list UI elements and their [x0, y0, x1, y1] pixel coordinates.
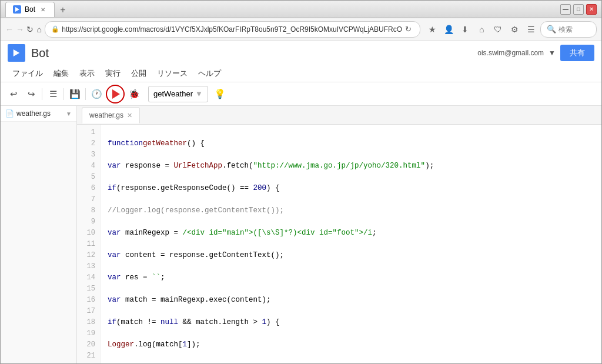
tab-bar: Bot ✕ +: [5, 2, 560, 17]
ln-20: 20: [77, 339, 100, 350]
user-email: ois.swim@gmail.com: [477, 49, 544, 57]
clock-button[interactable]: 🕐: [88, 86, 105, 102]
run-button[interactable]: [106, 85, 125, 103]
menu-publish[interactable]: 公開: [126, 66, 151, 81]
toolbar-separator-3: [85, 88, 86, 100]
minimize-button[interactable]: —: [560, 4, 571, 15]
search-bar[interactable]: 🔍: [540, 21, 597, 38]
app-header: Bot ois.swim@gmail.com ▼ 共有 ファイル 編集 表示 実…: [1, 41, 601, 82]
code-line-9: if(match != null && match.length > 1) {: [108, 317, 594, 328]
file-icon: 📄: [5, 109, 14, 118]
ln-2: 2: [77, 138, 100, 149]
forward-button[interactable]: →: [16, 22, 24, 36]
bookmark-icon[interactable]: ★: [425, 22, 439, 36]
ln-17: 17: [77, 306, 100, 317]
ln-18: 18: [77, 317, 100, 328]
code-line-4: //Logger.log(response.getContentText());: [108, 205, 594, 216]
code-line-6: var content = response.getContentText();: [108, 250, 594, 261]
menu-view[interactable]: 表示: [75, 66, 99, 81]
lock-icon: 🔒: [51, 25, 59, 33]
search-input[interactable]: [558, 25, 590, 34]
main-window: Bot ✕ + — □ ✕ ← → ↻ ⌂ 🔒 https://script.g…: [0, 0, 602, 364]
menu-help[interactable]: ヘルプ: [193, 66, 226, 81]
ln-19: 19: [77, 328, 100, 339]
sidebar-file-item[interactable]: 📄 weather.gs ▼: [1, 106, 76, 122]
menu-icon[interactable]: ☰: [524, 22, 538, 36]
user-dropdown-icon: ▼: [549, 49, 556, 57]
extensions-icon[interactable]: ⚙: [507, 22, 521, 36]
share-button[interactable]: 共有: [560, 45, 594, 61]
download-icon[interactable]: ⬇: [458, 22, 472, 36]
code-editor[interactable]: 1 2 3 4 5 6 7 8 9 10 11 12 13 14 15 16 1: [77, 125, 601, 363]
ln-7: 7: [77, 194, 100, 205]
sidebar-dropdown-icon: ▼: [66, 111, 72, 117]
ln-15: 15: [77, 283, 100, 295]
function-name: getWeather: [153, 89, 193, 98]
editor-tab-weather[interactable]: weather.gs ✕: [82, 107, 140, 123]
sidebar: 📄 weather.gs ▼: [1, 106, 77, 363]
code-line-11: var body = match[1];: [108, 362, 594, 363]
home-button[interactable]: ⌂: [36, 22, 42, 36]
code-line-1: function getWeather() {: [108, 138, 594, 149]
address-bar: ← → ↻ ⌂ 🔒 https://script.google.com/macr…: [1, 18, 601, 41]
url-text: https://script.google.com/macros/d/1VYCf…: [62, 25, 402, 34]
toolbar-separator-1: [42, 88, 42, 100]
new-tab-button[interactable]: +: [56, 3, 70, 17]
editor-tab-label: weather.gs: [89, 111, 123, 119]
browser-tab-active[interactable]: Bot ✕: [5, 2, 55, 17]
tab-close-button[interactable]: ✕: [39, 5, 47, 14]
tab-title: Bot: [25, 5, 35, 14]
home-addr-icon[interactable]: ⌂: [474, 22, 489, 36]
user-area: ois.swim@gmail.com ▼ 共有: [477, 45, 594, 61]
debug-button[interactable]: 🐞: [126, 86, 142, 102]
function-selector[interactable]: getWeather ▼: [148, 86, 208, 102]
code-content[interactable]: function getWeather() { var response = U…: [101, 125, 601, 363]
svg-marker-0: [15, 7, 19, 12]
ln-8: 8: [77, 205, 100, 216]
ln-9: 9: [77, 216, 100, 228]
menu-resources[interactable]: リソース: [152, 66, 192, 81]
editor-tabs: weather.gs ✕: [77, 106, 601, 125]
code-line-8: var match = mainRegexp.exec(content);: [108, 295, 594, 306]
back-button[interactable]: ←: [5, 22, 14, 36]
ln-6: 6: [77, 183, 100, 194]
menu-run[interactable]: 実行: [101, 66, 125, 81]
list-button[interactable]: ☰: [45, 86, 61, 102]
code-line-10: Logger.log(match[1]);: [108, 339, 594, 350]
ln-22: 22: [77, 362, 100, 363]
maximize-button[interactable]: □: [573, 4, 584, 15]
toolbar-separator-2: [63, 88, 64, 100]
reload-button[interactable]: ↻: [26, 22, 34, 36]
person-icon[interactable]: 👤: [442, 22, 456, 36]
title-bar-left: Bot ✕ +: [5, 2, 560, 17]
run-icon: [112, 89, 120, 99]
app-logo: [8, 44, 25, 62]
sidebar-file-name: weather.gs: [16, 109, 51, 118]
function-dropdown-icon: ▼: [195, 89, 203, 98]
code-line-7: var res = ``;: [108, 272, 594, 283]
menu-edit[interactable]: 編集: [49, 66, 73, 81]
ln-14: 14: [77, 272, 100, 283]
ln-5: 5: [77, 172, 100, 183]
redo-button[interactable]: ↪: [23, 86, 39, 102]
ln-12: 12: [77, 250, 100, 261]
main-content: 📄 weather.gs ▼ weather.gs ✕ 1 2 3 4 5: [1, 106, 601, 363]
undo-button[interactable]: ↩: [5, 86, 22, 102]
browser-action-icons: ★ 👤 ⬇ ⌂ 🛡 ⚙ ☰: [425, 22, 538, 36]
ln-21: 21: [77, 350, 100, 362]
bulb-icon: 💡: [214, 88, 226, 99]
ln-11: 11: [77, 239, 100, 250]
editor-tab-close[interactable]: ✕: [127, 112, 132, 119]
svg-marker-1: [14, 49, 20, 56]
address-bar-input[interactable]: 🔒 https://script.google.com/macros/d/1VY…: [45, 21, 420, 38]
editor-area: weather.gs ✕ 1 2 3 4 5 6 7 8 9 10 11 1: [77, 106, 601, 363]
close-button[interactable]: ✕: [586, 4, 597, 15]
menu-file[interactable]: ファイル: [8, 66, 48, 81]
code-line-5: var mainRegexp = /<div id="main">([\s\S]…: [108, 228, 594, 239]
save-button[interactable]: 💾: [66, 86, 83, 102]
toolbar: ↩ ↪ ☰ 💾 🕐 🐞 getWeather ▼ 💡: [1, 82, 601, 106]
window-controls: — □ ✕: [560, 4, 597, 15]
ln-16: 16: [77, 295, 100, 306]
shield-icon[interactable]: 🛡: [491, 22, 505, 36]
ln-4: 4: [77, 161, 100, 172]
